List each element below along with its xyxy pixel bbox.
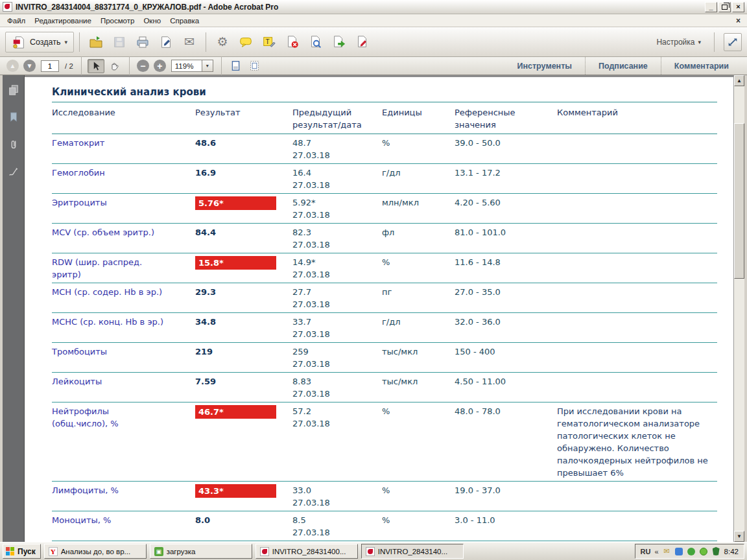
svg-text:T: T [266,38,270,45]
preferences-button[interactable]: ⚙ [211,31,233,53]
chevron-down-icon: ▾ [65,39,68,45]
page-thumbnails-icon [8,84,19,96]
mail-tray-icon[interactable]: ✉ [663,547,671,555]
scroll-up-icon[interactable]: ▲ [734,75,744,86]
menu-file[interactable]: Файл [3,16,30,26]
window-title: INVITRO_284314004_88371774_0_КРУЖАЛОВ.pd… [16,3,278,12]
select-tool-button[interactable] [88,59,104,73]
open-file-button[interactable] [85,31,107,53]
taskbar-task-pdf-2-active[interactable]: INVITRO_2843140... [361,544,464,559]
close-document-icon[interactable]: × [732,16,744,25]
result-cell: 8.0 [195,514,292,539]
vertical-scrollbar[interactable]: ▲ ▼ [733,75,744,542]
signatures-button[interactable] [5,163,22,180]
flagged-result-value: 46.7* [195,405,276,419]
restore-button[interactable] [718,2,731,12]
units-cell: г/дл [382,316,455,340]
scroll-down-icon[interactable]: ▼ [734,531,744,542]
test-name-line: Моноциты, % [52,514,189,526]
previous-value: 5.92* [292,196,375,209]
task-label: INVITRO_2843140... [378,548,447,555]
previous-value: 27.7 [292,286,375,298]
reference-range-cell: 81.0 - 101.0 [455,226,557,251]
comment-cell [557,345,717,370]
hand-tool-button[interactable] [106,59,123,73]
export-button[interactable] [328,31,350,53]
next-page-button[interactable]: ▼ [23,60,36,72]
previous-value: 14.9* [292,256,375,268]
test-name-cell: MCHC (ср. конц. Hb в эр.) [52,316,195,340]
fit-page-button[interactable] [246,59,263,73]
comment-cell [557,167,717,191]
create-pdf-button[interactable]: Создать ▾ [5,32,74,52]
previous-value: 259 [292,345,375,358]
close-button[interactable]: × [732,2,744,12]
settings-dropdown[interactable]: Настройка ▾ [652,38,705,47]
result-value: 7.59 [195,377,216,386]
table-row: Лейкоциты7.598.8327.03.18тыс/мкл4.50 - 1… [52,373,717,402]
scrolling-mode-button[interactable] [228,59,244,73]
delete-pages-button[interactable] [281,31,303,53]
clock: 8:42 [724,548,739,555]
save-button[interactable] [108,31,130,53]
menu-edit[interactable]: Редактирование [30,16,96,26]
sign-pane-button[interactable]: Подписание [585,57,661,75]
test-name-cell: Гемоглобин [52,167,195,191]
result-cell: 84.4 [195,226,292,251]
start-button[interactable]: Пуск [3,544,41,559]
previous-result-cell: 16.427.03.18 [292,167,382,191]
attachments-button[interactable] [5,136,22,153]
zoom-level-value[interactable]: 119% [171,60,202,72]
task-label: Анализы до, во вр... [61,548,130,555]
result-cell: 43.3* [195,484,292,509]
text-annotation-button[interactable]: T [258,31,280,53]
comment-cell [557,196,717,221]
sticky-note-button[interactable] [235,31,257,53]
email-button[interactable]: ✉ [178,31,200,53]
menu-help[interactable]: Справка [165,16,204,26]
comment-cell [557,226,717,251]
title-bar: INVITRO_284314004_88371774_0_КРУЖАЛОВ.pd… [0,0,747,14]
previous-value: 33.0 [292,484,375,496]
phone-tray-icon[interactable] [687,547,696,555]
taskbar-task-browser[interactable]: Y Анализы до, во вр... [44,544,147,559]
previous-value: 33.7 [292,316,375,328]
toolbar-separator [81,56,82,76]
bookmarks-button[interactable] [5,109,22,126]
zoom-in-button[interactable]: + [154,60,166,72]
test-name-line: Эритроциты [52,196,189,209]
search-page-icon [309,35,323,49]
export-arrow-icon [332,35,346,49]
minimize-button[interactable]: _ [705,2,717,12]
tools-pane-button[interactable]: Инструменты [504,57,585,75]
zoom-out-button[interactable]: − [137,60,149,72]
previous-page-button[interactable]: ▲ [6,60,19,72]
toolbar-separator [79,32,80,52]
column-header: Результат [195,106,292,131]
antivirus-tray-icon[interactable] [712,547,720,555]
menu-view[interactable]: Просмотр [96,16,139,26]
print-button[interactable] [132,31,154,53]
taskbar-task-pdf-1[interactable]: INVITRO_28431400... [255,544,358,559]
find-button[interactable] [305,31,327,53]
units-cell: % [382,405,455,479]
test-name-cell: MCV (ср. объем эритр.) [52,226,195,251]
scrollbar-thumb[interactable] [734,123,744,279]
comment-pane-button[interactable]: Комментарии [661,57,742,75]
menu-window[interactable]: Окно [139,16,165,26]
tray-chevron-icon[interactable]: « [654,548,658,555]
taskbar-task-downloads[interactable]: ▣ загрузка [150,544,252,559]
test-name-cell: Моноциты, % [52,514,195,539]
units-cell: % [382,484,455,509]
units-cell: % [382,514,455,539]
page-number-input[interactable] [41,60,59,72]
reading-mode-button[interactable] [724,33,742,51]
zoom-dropdown-button[interactable]: ▾ [202,60,213,72]
page-thumbnails-button[interactable] [5,82,22,99]
messenger-tray-icon[interactable] [675,547,683,555]
sign-document-button[interactable] [155,31,177,53]
chat-tray-icon[interactable] [700,547,708,555]
language-indicator[interactable]: RU [641,548,651,555]
previous-value: 82.3 [292,226,375,239]
edit-document-button[interactable] [351,31,374,53]
